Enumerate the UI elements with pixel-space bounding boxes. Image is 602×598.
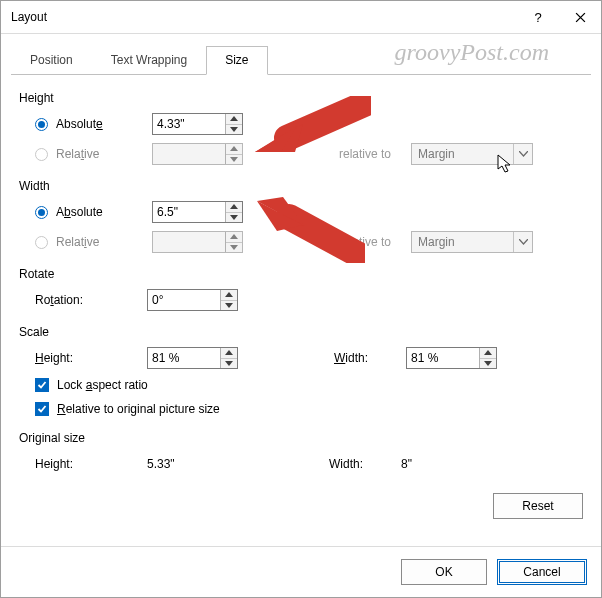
height-relative-to-label: relative to [339,147,411,161]
spin-down-icon [226,243,242,253]
section-rotate: Rotate [19,267,583,281]
spin-down-icon [226,155,242,165]
spin-up-icon[interactable] [221,290,237,301]
spin-down-icon[interactable] [226,125,242,135]
rotation-input[interactable] [148,290,220,310]
tab-bar: Position Text Wrapping Size [11,44,591,75]
scale-height-input[interactable] [148,348,220,368]
lock-aspect-checkbox[interactable] [35,378,49,392]
height-relative-to-value: Margin [412,147,513,161]
scale-hw-row: Height: Width: [19,343,583,373]
width-relative-to-value: Margin [412,235,513,249]
rotate-row: Rotation: [19,285,583,315]
tab-size-label: Size [225,53,248,67]
scale-width-input[interactable] [407,348,479,368]
height-absolute-input[interactable] [153,114,225,134]
spin-down-icon[interactable] [221,301,237,311]
window-title: Layout [11,10,47,24]
height-absolute-radio[interactable] [35,118,48,131]
height-relative-row: Relative relative to Margin [19,139,583,169]
width-relative-to-dropdown: Margin [411,231,533,253]
section-original: Original size [19,431,583,445]
height-relative-spinner [152,143,243,165]
scale-height-spinner[interactable] [147,347,238,369]
width-relative-row: Relative relative to Margin [19,227,583,257]
rotation-label: Rotation: [35,293,147,307]
titlebar: Layout ? [1,1,601,34]
tab-size[interactable]: Size [206,46,267,75]
close-button[interactable] [559,1,601,33]
original-height-label: Height: [35,457,147,471]
spin-up-icon[interactable] [226,114,242,125]
relative-original-row: Relative to original picture size [19,397,583,421]
width-absolute-row: Absolute [19,197,583,227]
tab-text-wrapping[interactable]: Text Wrapping [92,46,206,75]
help-button[interactable]: ? [517,1,559,33]
spin-up-icon[interactable] [226,202,242,213]
width-relative-input [153,232,225,252]
width-absolute-spinner[interactable] [152,201,243,223]
ok-button[interactable]: OK [401,559,487,585]
original-width-value: 8" [401,457,412,471]
scale-width-label: Width: [334,351,406,365]
section-width: Width [19,179,583,193]
reset-button[interactable]: Reset [493,493,583,519]
original-width-label: Width: [329,457,401,471]
cancel-button[interactable]: Cancel [497,559,587,585]
spin-down-icon[interactable] [221,359,237,369]
spin-down-icon[interactable] [480,359,496,369]
tab-position[interactable]: Position [11,46,92,75]
width-absolute-radio[interactable] [35,206,48,219]
chevron-down-icon [513,232,532,252]
dialog-footer: OK Cancel [1,546,601,597]
section-height: Height [19,91,583,105]
spin-up-icon[interactable] [221,348,237,359]
width-absolute-input[interactable] [153,202,225,222]
width-relative-spinner [152,231,243,253]
cancel-label: Cancel [523,565,560,579]
spin-up-icon[interactable] [480,348,496,359]
spin-up-icon [226,144,242,155]
width-absolute-label: Absolute [56,205,152,219]
height-relative-radio[interactable] [35,148,48,161]
layout-dialog: Layout ? groovyPost.com Position Text Wr… [0,0,602,598]
chevron-down-icon [513,144,532,164]
width-relative-to-label: relative to [339,235,411,249]
spin-up-icon [226,232,242,243]
height-relative-to-dropdown: Margin [411,143,533,165]
rotation-spinner[interactable] [147,289,238,311]
height-relative-label: Relative [56,147,152,161]
tab-textwrap-label: Text Wrapping [111,53,187,67]
lock-aspect-row: Lock aspect ratio [19,373,583,397]
height-absolute-spinner[interactable] [152,113,243,135]
lock-aspect-label: Lock aspect ratio [57,378,148,392]
check-icon [37,380,47,390]
reset-label: Reset [522,499,553,513]
spin-down-icon[interactable] [226,213,242,223]
width-relative-radio[interactable] [35,236,48,249]
relative-original-label: Relative to original picture size [57,402,220,416]
height-absolute-row: Absolute [19,109,583,139]
scale-width-spinner[interactable] [406,347,497,369]
height-absolute-label: Absolute [56,117,152,131]
original-height-value: 5.33" [147,457,233,471]
check-icon [37,404,47,414]
width-relative-label: Relative [56,235,152,249]
help-icon: ? [534,10,541,25]
scale-height-label: Height: [35,351,147,365]
ok-label: OK [435,565,452,579]
height-relative-input [153,144,225,164]
tab-position-label: Position [30,53,73,67]
relative-original-checkbox[interactable] [35,402,49,416]
dialog-body: Height Absolute Relative [1,75,601,533]
close-icon [575,12,586,23]
original-row: Height: 5.33" Width: 8" [19,449,583,479]
section-scale: Scale [19,325,583,339]
